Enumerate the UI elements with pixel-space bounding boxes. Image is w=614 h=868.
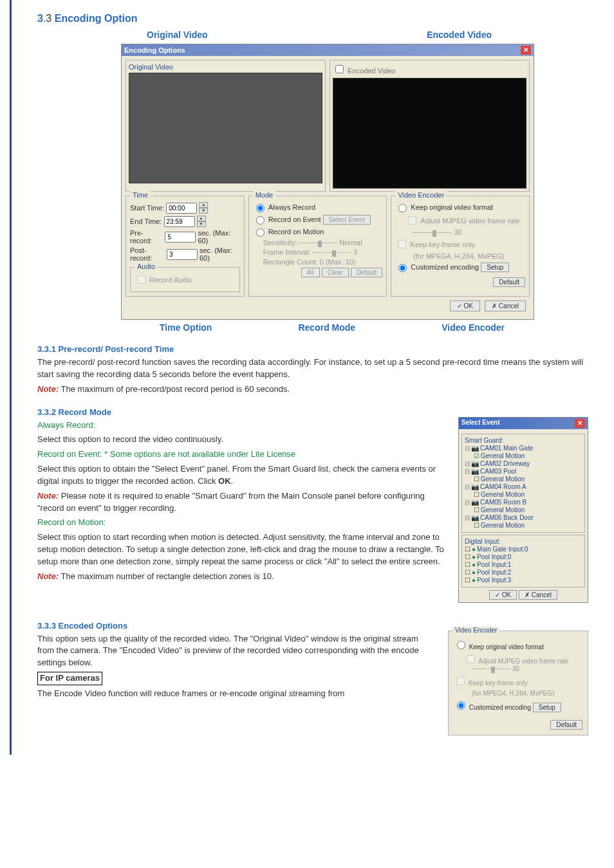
- encoded-video-preview: [333, 78, 526, 189]
- general-motion-item[interactable]: ☐ General Motion: [474, 522, 582, 529]
- callout-video-encoder: Video Encoder: [442, 322, 505, 333]
- record-on-event-radio[interactable]: [256, 216, 265, 225]
- keep-keyframe-sublabel: (for MPEG4, H.264, MxPEG): [413, 252, 504, 260]
- ok-button[interactable]: ✓ OK: [450, 300, 480, 311]
- record-audio-checkbox: [137, 275, 145, 284]
- camera-item: ⊟ 📷 CAM01 Main Gate: [465, 445, 582, 452]
- setup-button[interactable]: Setup: [481, 263, 509, 272]
- general-motion-item[interactable]: ☐ General Motion: [474, 476, 582, 483]
- callout-encoded: Encoded Video: [427, 30, 492, 40]
- sensitivity-slider[interactable]: [299, 243, 337, 243]
- customized-encoding-label: Customized encoding: [411, 263, 479, 271]
- post-record-unit: sec. (Max: 60): [200, 246, 240, 262]
- digital-input-item[interactable]: ☐● Main Gate Input:0: [465, 546, 582, 553]
- select-event-title: Select Event: [461, 419, 499, 428]
- clear-button[interactable]: Clear: [322, 268, 349, 277]
- dialog-title: Encoding Options: [124, 46, 185, 54]
- sensitivity-value: Normal: [339, 239, 362, 246]
- sensitivity-label: Sensitivity:: [263, 239, 297, 246]
- keep-keyframe-checkbox: [398, 240, 406, 248]
- callout-time-option: Time Option: [160, 322, 212, 333]
- customized-encoding-radio[interactable]: [398, 264, 407, 272]
- section-heading: 3.3 Encoding Option: [37, 13, 588, 24]
- video-encoder-panel-title: Video Encoder: [452, 627, 499, 634]
- panel-mjpeg-slider: [472, 669, 510, 669]
- panel-customized-radio[interactable]: [457, 701, 465, 710]
- general-motion-item[interactable]: ☐ General Motion: [474, 506, 582, 513]
- always-record-radio[interactable]: [256, 204, 265, 212]
- callout-bottom-row: Time Option Record Mode Video Encoder: [37, 322, 588, 333]
- encoding-options-dialog: Encoding Options ✕ Original Video Encode…: [121, 44, 534, 320]
- select-event-dialog: Select Event✕ Smart Guard: ⊟ 📷 CAM01 Mai…: [458, 417, 588, 603]
- panel-keep-original-radio[interactable]: [457, 641, 465, 649]
- encoder-default-button[interactable]: Default: [493, 277, 525, 287]
- original-video-pane: Original Video: [126, 60, 326, 192]
- mode-group: Mode Always Record Record on Event Selec…: [248, 196, 387, 297]
- end-time-input[interactable]: [164, 216, 195, 227]
- video-encoder-group-title: Video Encoder: [395, 191, 447, 199]
- frame-interval-value: 3: [353, 248, 357, 256]
- digital-input-group: Digital Input: ☐● Main Gate Input:0☐● Po…: [461, 535, 585, 587]
- all-button[interactable]: All: [301, 268, 320, 277]
- start-time-spinner[interactable]: ▲▼: [199, 202, 208, 214]
- record-on-event-label: Record on Event: [268, 216, 321, 223]
- panel-default-button[interactable]: Default: [550, 720, 582, 730]
- frame-interval-slider[interactable]: [313, 252, 351, 253]
- encoded-video-checkbox[interactable]: [335, 65, 344, 73]
- digital-input-item[interactable]: ☐● Pool Input:3: [465, 577, 582, 584]
- always-record-label: Always Record: [268, 203, 315, 211]
- digital-input-item[interactable]: ☐● Pool Input:2: [465, 569, 582, 576]
- cancel-button[interactable]: ✗ Cancel: [485, 300, 526, 311]
- time-group: Time Start Time: ▲▼ End Time: ▲▼ Pre-rec…: [126, 196, 245, 297]
- panel-setup-button[interactable]: Setup: [533, 703, 561, 712]
- video-encoder-panel: Video Encoder Keep original video format…: [448, 631, 588, 735]
- mode-default-button[interactable]: Default: [351, 268, 383, 277]
- general-motion-item[interactable]: ☐ General Motion: [474, 491, 582, 498]
- pre-record-unit: sec. (Max: 60): [198, 229, 239, 245]
- start-time-input[interactable]: [166, 203, 197, 214]
- heading-3-3-1: 3.3.1 Pre-record/ Post-record Time: [37, 344, 588, 354]
- record-on-motion-label: Record on Motion: [268, 228, 324, 235]
- close-icon[interactable]: ✕: [521, 46, 531, 55]
- adjust-mjpeg-checkbox: [408, 216, 416, 225]
- keep-keyframe-label: Keep key-frame only: [410, 241, 475, 248]
- pre-record-input[interactable]: [165, 232, 196, 243]
- mode-group-title: Mode: [253, 191, 276, 199]
- time-group-title: Time: [130, 191, 151, 199]
- post-record-label: Post-record:: [130, 246, 165, 262]
- original-video-preview: [129, 73, 322, 183]
- end-time-spinner[interactable]: ▲▼: [197, 216, 206, 227]
- general-motion-item[interactable]: ☑ General Motion: [474, 452, 582, 459]
- panel-adjust-mjpeg-label: Adjust MJPEG video frame rate: [478, 658, 568, 665]
- panel-keep-keyframe-label: Keep key-frame only: [469, 679, 528, 687]
- post-record-input[interactable]: [167, 249, 198, 260]
- panel-keep-original-label: Keep original video format: [469, 643, 544, 651]
- record-on-motion-radio[interactable]: [256, 228, 265, 237]
- digital-input-label: Digital Input:: [465, 538, 582, 545]
- keep-original-radio[interactable]: [398, 204, 407, 212]
- camera-item: ⊟ 📷 CAM05 Room B: [465, 499, 582, 506]
- encoded-video-label: Encoded Video: [348, 67, 395, 75]
- camera-item: ⊟ 📷 CAM02 Driveway: [465, 460, 582, 467]
- select-event-button[interactable]: Select Event: [323, 215, 371, 225]
- panel-keep-keyframe-sublabel: (for MPEG4, H.264, MxPEG): [472, 690, 554, 697]
- callout-original: Original Video: [147, 30, 208, 40]
- end-time-label: End Time:: [130, 217, 162, 225]
- digital-input-item[interactable]: ☐● Pool Input:0: [465, 553, 582, 560]
- audio-group-title: Audio: [135, 263, 158, 270]
- adjust-mjpeg-label: Adjust MJPEG video frame rate: [420, 217, 519, 225]
- select-event-cancel-button[interactable]: ✗ Cancel: [519, 590, 557, 600]
- callout-record-mode: Record Mode: [298, 322, 355, 333]
- select-event-ok-button[interactable]: ✓ OK: [489, 590, 517, 600]
- keep-original-label: Keep original video format: [411, 203, 493, 211]
- smart-guard-group: Smart Guard: ⊟ 📷 CAM01 Main Gate☑ Genera…: [461, 434, 585, 533]
- p-prerecord: The pre-record/ post-record function sav…: [37, 356, 588, 381]
- select-event-close-icon[interactable]: ✕: [575, 419, 585, 428]
- digital-input-item[interactable]: ☐● Pool Input:1: [465, 561, 582, 568]
- start-time-label: Start Time:: [130, 204, 164, 212]
- mjpeg-slider: [413, 232, 452, 233]
- mjpeg-value: 30: [454, 228, 461, 236]
- heading-3-3-2: 3.3.2 Record Mode: [37, 407, 588, 417]
- camera-item: ⊟ 📷 CAM03 Pool: [465, 468, 582, 475]
- panel-adjust-mjpeg-checkbox: [467, 655, 475, 663]
